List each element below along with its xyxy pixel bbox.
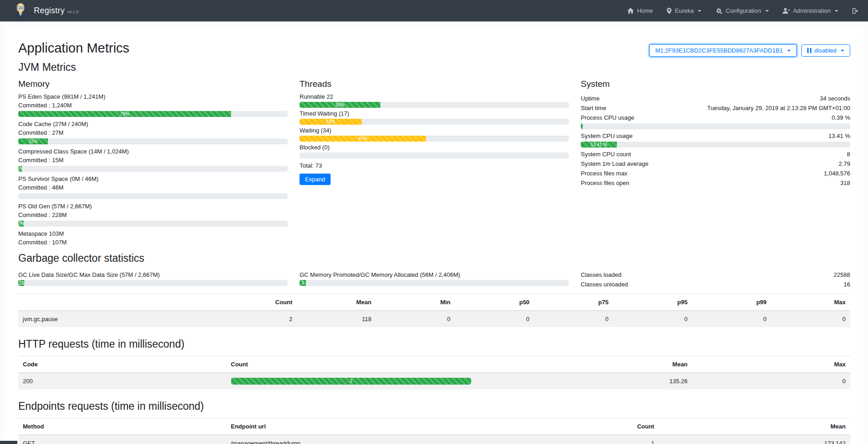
column-header: p95 bbox=[613, 294, 692, 311]
progress-label: 3 bbox=[301, 280, 304, 285]
pause-icon bbox=[807, 48, 811, 53]
nav-item-label: Eureka bbox=[675, 7, 694, 14]
table-header-row: CodeCountMeanMax bbox=[18, 356, 850, 373]
system-row-label: System 1m Load average bbox=[581, 160, 648, 168]
memory-column: Memory PS Eden Space (981M / 1,241M)Comm… bbox=[18, 79, 288, 249]
progress-fill: 13.41 % bbox=[581, 142, 617, 148]
column-header: p50 bbox=[455, 294, 534, 311]
user-plus-icon bbox=[783, 8, 790, 14]
gc-classes-row: Classes loaded22588 bbox=[581, 270, 850, 280]
column-header: Mean bbox=[297, 294, 376, 311]
endpoints-heading: Endpoints requests (time in millisecond) bbox=[18, 400, 850, 412]
column-header: Count bbox=[218, 294, 297, 311]
system-row-label: System CPU usage bbox=[581, 132, 632, 140]
gc-classes-value: 22588 bbox=[834, 271, 850, 279]
memory-item: PS Survivor Space (0M / 46M)Committed : … bbox=[18, 175, 288, 199]
table-cell: 0 bbox=[692, 311, 771, 327]
progress-label: 13.41 % bbox=[590, 142, 607, 147]
jhipster-logo-icon bbox=[14, 2, 27, 20]
table-cell: /management/threaddump bbox=[226, 435, 542, 444]
progress-fill: 47% bbox=[300, 136, 426, 142]
column-header: p99 bbox=[692, 294, 771, 311]
system-row-value: 318 bbox=[840, 179, 850, 187]
progress-label: 30% bbox=[335, 102, 344, 107]
footer-edge bbox=[0, 441, 17, 444]
page-title: Application Metrics bbox=[18, 41, 129, 56]
column-header: Mean bbox=[659, 418, 850, 435]
nav-links: HomeEurekaConfigurationAdministration bbox=[627, 7, 859, 14]
gc-classes-label: Classes loaded bbox=[581, 271, 621, 279]
system-row-value: 2.79 bbox=[839, 160, 850, 168]
gc-bar-title: GC Live Data Size/GC Max Data Size (57M … bbox=[18, 271, 288, 279]
progress-fill: 11% bbox=[18, 138, 48, 144]
system-row-label: Process files open bbox=[581, 179, 629, 187]
cogs-icon bbox=[715, 8, 722, 14]
map-marker-icon bbox=[667, 8, 672, 14]
refresh-state-label: disabled bbox=[815, 47, 836, 54]
progress-track bbox=[581, 123, 850, 129]
progress-track: 1% bbox=[18, 166, 288, 172]
progress-fill: 23% bbox=[300, 119, 362, 125]
main-content: Application Metrics M1:2F93E1CBD2C3FE55B… bbox=[4, 25, 864, 444]
nav-item-eureka[interactable]: Eureka bbox=[667, 7, 701, 14]
memory-metric-committed: Committed : 27M bbox=[18, 129, 288, 137]
column-header: Max bbox=[771, 294, 850, 311]
refresh-state-button[interactable]: disabled bbox=[801, 44, 850, 57]
table-cell: 135.26 bbox=[476, 373, 692, 389]
table-row: GET/management/threaddump1173.142 bbox=[18, 435, 850, 444]
memory-metric-title: PS Eden Space (981M / 1,241M) bbox=[18, 93, 288, 100]
progress-track: 13 bbox=[18, 280, 288, 286]
memory-metric-committed: Committed : 46M bbox=[18, 184, 288, 191]
nav-item-home[interactable]: Home bbox=[627, 7, 653, 14]
progress-label: 47% bbox=[358, 136, 368, 141]
column-header: Min bbox=[376, 294, 455, 311]
progress-track: 0% bbox=[18, 193, 288, 199]
memory-items: PS Eden Space (981M / 1,241M)Committed :… bbox=[18, 93, 288, 246]
system-row: System CPU usage13.41 % bbox=[581, 131, 850, 141]
progress-track: 79% bbox=[18, 111, 288, 117]
progress-label: 13 bbox=[19, 280, 24, 285]
table-row: 2002135.260 bbox=[18, 373, 850, 389]
nav-item-label: Administration bbox=[793, 7, 831, 14]
memory-metric-committed: Committed : 1,240M bbox=[18, 101, 288, 109]
gc-heading: Garbage collector statistics bbox=[18, 252, 850, 264]
system-row: Start timeTuesday, January 29, 2019 at 2… bbox=[581, 103, 850, 113]
column-header: Endpoint url bbox=[226, 418, 542, 435]
gc-live-data-block: GC Live Data Size/GC Max Data Size (57M … bbox=[18, 270, 288, 288]
expand-button[interactable]: Expand bbox=[300, 174, 331, 185]
table-cell: 0 bbox=[534, 311, 613, 327]
column-header: Code bbox=[18, 356, 226, 373]
system-rows: Uptime34 secondsStart timeTuesday, Janua… bbox=[581, 94, 850, 188]
memory-item: PS Eden Space (981M / 1,241M)Committed :… bbox=[18, 93, 288, 117]
thread-metric-title: Waiting (34) bbox=[300, 127, 569, 134]
progress-label: 2% bbox=[18, 221, 24, 226]
system-row-value: 34 seconds bbox=[820, 95, 851, 102]
progress-fill bbox=[581, 123, 583, 129]
nav-item-configuration[interactable]: Configuration bbox=[715, 7, 768, 14]
thread-item: Waiting (34)47% bbox=[300, 127, 569, 142]
gc-classes-label: Classes unloaded bbox=[581, 280, 628, 288]
column-header: Max bbox=[692, 356, 850, 373]
thread-item: Runnable 2230% bbox=[300, 93, 569, 108]
chevron-down-icon bbox=[787, 50, 791, 52]
instance-selector-label: M1:2F93E1CBD2C3FE55BDD8627A3FADD1B1 bbox=[655, 47, 783, 54]
system-row-value: 13.41 % bbox=[828, 132, 850, 140]
table-cell: 0 bbox=[613, 311, 692, 327]
table-cell: 0 bbox=[771, 311, 850, 327]
table-cell: 2 bbox=[218, 311, 297, 327]
progress-label: 11% bbox=[29, 139, 37, 144]
brand[interactable]: Registry v4.1.0 bbox=[14, 2, 79, 20]
column-header: p75 bbox=[534, 294, 613, 311]
progress-track bbox=[300, 153, 569, 159]
sign-out-button[interactable] bbox=[852, 8, 859, 14]
table-cell: 2 bbox=[226, 373, 476, 389]
threads-heading: Threads bbox=[300, 79, 569, 89]
table-cell: jvm.gc.pause bbox=[18, 311, 218, 327]
system-row-label: Process CPU usage bbox=[581, 114, 634, 122]
system-column: System Uptime34 secondsStart timeTuesday… bbox=[581, 79, 850, 249]
memory-metric-committed: Committed : 228M bbox=[18, 211, 288, 219]
progress-track: 13.41 % bbox=[581, 142, 850, 148]
instance-selector-button[interactable]: M1:2F93E1CBD2C3FE55BDD8627A3FADD1B1 bbox=[649, 44, 797, 57]
nav-item-administration[interactable]: Administration bbox=[783, 7, 838, 14]
column-header: Count bbox=[542, 418, 659, 435]
